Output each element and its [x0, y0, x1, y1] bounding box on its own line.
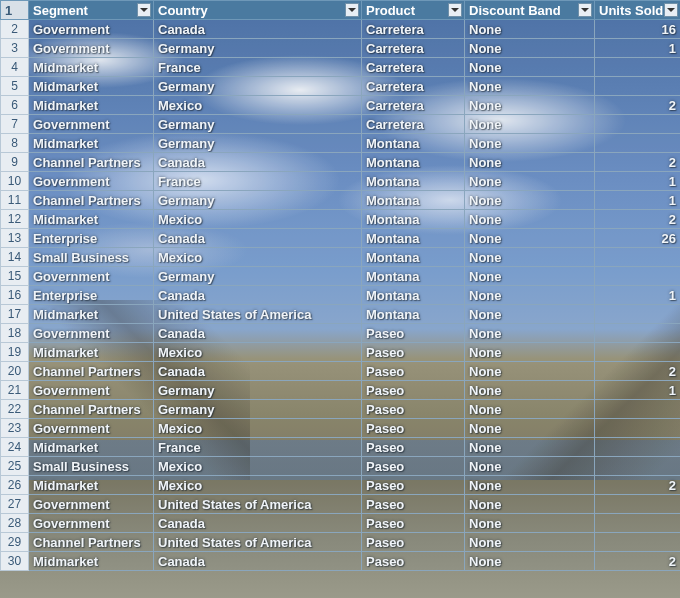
- cell-country[interactable]: Mexico: [154, 343, 362, 362]
- cell-discount[interactable]: None: [465, 286, 595, 305]
- row-number[interactable]: 17: [1, 305, 29, 324]
- row-number[interactable]: 28: [1, 514, 29, 533]
- cell-units[interactable]: 2: [595, 552, 681, 571]
- col-header-discount-band[interactable]: Discount Band: [465, 1, 595, 20]
- cell-units[interactable]: [595, 514, 681, 533]
- cell-segment[interactable]: Channel Partners: [29, 153, 154, 172]
- row-number[interactable]: 29: [1, 533, 29, 552]
- cell-discount[interactable]: None: [465, 362, 595, 381]
- cell-units[interactable]: [595, 343, 681, 362]
- cell-country[interactable]: Germany: [154, 400, 362, 419]
- cell-product[interactable]: Paseo: [362, 362, 465, 381]
- row-number[interactable]: 30: [1, 552, 29, 571]
- cell-units[interactable]: [595, 533, 681, 552]
- cell-product[interactable]: Montana: [362, 267, 465, 286]
- cell-segment[interactable]: Government: [29, 115, 154, 134]
- cell-units[interactable]: [595, 267, 681, 286]
- cell-product[interactable]: Paseo: [362, 438, 465, 457]
- cell-segment[interactable]: Government: [29, 381, 154, 400]
- cell-product[interactable]: Carretera: [362, 58, 465, 77]
- cell-units[interactable]: [595, 419, 681, 438]
- cell-segment[interactable]: Midmarket: [29, 438, 154, 457]
- cell-units[interactable]: [595, 248, 681, 267]
- cell-units[interactable]: 1: [595, 39, 681, 58]
- row-number[interactable]: 12: [1, 210, 29, 229]
- cell-product[interactable]: Paseo: [362, 533, 465, 552]
- cell-discount[interactable]: None: [465, 533, 595, 552]
- cell-country[interactable]: Canada: [154, 153, 362, 172]
- row-number[interactable]: 22: [1, 400, 29, 419]
- cell-country[interactable]: Mexico: [154, 419, 362, 438]
- cell-discount[interactable]: None: [465, 324, 595, 343]
- cell-segment[interactable]: Enterprise: [29, 229, 154, 248]
- row-number[interactable]: 7: [1, 115, 29, 134]
- cell-segment[interactable]: Midmarket: [29, 210, 154, 229]
- cell-discount[interactable]: None: [465, 96, 595, 115]
- cell-product[interactable]: Montana: [362, 172, 465, 191]
- cell-discount[interactable]: None: [465, 419, 595, 438]
- cell-segment[interactable]: Channel Partners: [29, 191, 154, 210]
- cell-discount[interactable]: None: [465, 210, 595, 229]
- filter-dropdown-icon[interactable]: [664, 3, 678, 17]
- cell-country[interactable]: Mexico: [154, 96, 362, 115]
- cell-product[interactable]: Carretera: [362, 96, 465, 115]
- cell-segment[interactable]: Government: [29, 324, 154, 343]
- cell-segment[interactable]: Midmarket: [29, 96, 154, 115]
- cell-product[interactable]: Montana: [362, 229, 465, 248]
- cell-discount[interactable]: None: [465, 457, 595, 476]
- cell-units[interactable]: [595, 115, 681, 134]
- row-number[interactable]: 8: [1, 134, 29, 153]
- cell-product[interactable]: Paseo: [362, 514, 465, 533]
- cell-discount[interactable]: None: [465, 20, 595, 39]
- cell-segment[interactable]: Government: [29, 267, 154, 286]
- cell-segment[interactable]: Government: [29, 419, 154, 438]
- cell-product[interactable]: Montana: [362, 305, 465, 324]
- cell-country[interactable]: Germany: [154, 134, 362, 153]
- cell-country[interactable]: United States of America: [154, 533, 362, 552]
- cell-country[interactable]: Germany: [154, 381, 362, 400]
- cell-country[interactable]: France: [154, 58, 362, 77]
- cell-country[interactable]: Canada: [154, 362, 362, 381]
- cell-product[interactable]: Montana: [362, 191, 465, 210]
- row-number[interactable]: 21: [1, 381, 29, 400]
- cell-segment[interactable]: Small Business: [29, 248, 154, 267]
- cell-product[interactable]: Montana: [362, 286, 465, 305]
- cell-segment[interactable]: Channel Partners: [29, 400, 154, 419]
- cell-segment[interactable]: Midmarket: [29, 305, 154, 324]
- cell-product[interactable]: Paseo: [362, 381, 465, 400]
- cell-segment[interactable]: Midmarket: [29, 476, 154, 495]
- cell-country[interactable]: Germany: [154, 191, 362, 210]
- cell-segment[interactable]: Midmarket: [29, 134, 154, 153]
- cell-segment[interactable]: Government: [29, 172, 154, 191]
- cell-segment[interactable]: Channel Partners: [29, 533, 154, 552]
- row-number[interactable]: 26: [1, 476, 29, 495]
- cell-country[interactable]: United States of America: [154, 305, 362, 324]
- cell-segment[interactable]: Midmarket: [29, 552, 154, 571]
- row-number[interactable]: 4: [1, 58, 29, 77]
- cell-segment[interactable]: Government: [29, 495, 154, 514]
- row-number[interactable]: 6: [1, 96, 29, 115]
- cell-segment[interactable]: Government: [29, 39, 154, 58]
- cell-country[interactable]: Germany: [154, 39, 362, 58]
- cell-units[interactable]: 2: [595, 96, 681, 115]
- cell-product[interactable]: Paseo: [362, 400, 465, 419]
- cell-segment[interactable]: Government: [29, 20, 154, 39]
- cell-country[interactable]: Mexico: [154, 210, 362, 229]
- filter-dropdown-icon[interactable]: [137, 3, 151, 17]
- cell-discount[interactable]: None: [465, 77, 595, 96]
- cell-units[interactable]: 1: [595, 381, 681, 400]
- row-number[interactable]: 14: [1, 248, 29, 267]
- cell-discount[interactable]: None: [465, 115, 595, 134]
- cell-segment[interactable]: Government: [29, 514, 154, 533]
- row-number[interactable]: 5: [1, 77, 29, 96]
- cell-product[interactable]: Montana: [362, 134, 465, 153]
- cell-units[interactable]: [595, 457, 681, 476]
- cell-units[interactable]: 1: [595, 191, 681, 210]
- filter-dropdown-icon[interactable]: [345, 3, 359, 17]
- row-number[interactable]: 20: [1, 362, 29, 381]
- cell-country[interactable]: Germany: [154, 115, 362, 134]
- cell-discount[interactable]: None: [465, 153, 595, 172]
- cell-units[interactable]: [595, 495, 681, 514]
- row-number[interactable]: 19: [1, 343, 29, 362]
- cell-product[interactable]: Paseo: [362, 552, 465, 571]
